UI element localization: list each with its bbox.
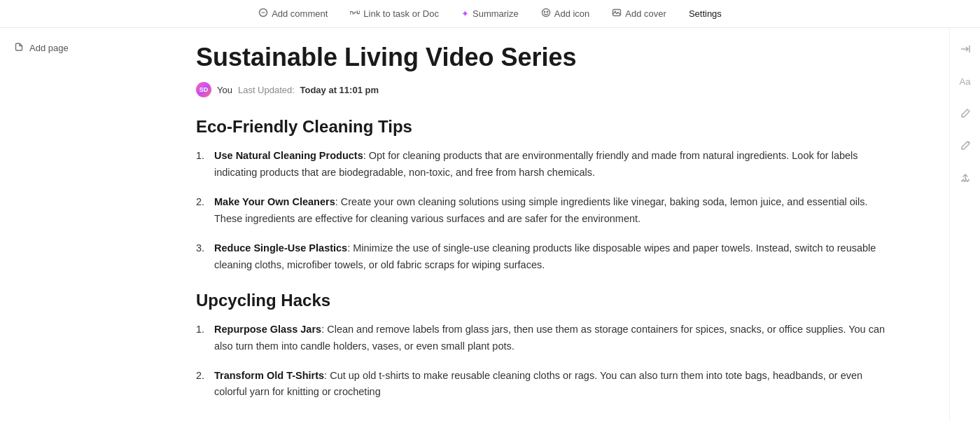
left-sidebar: Add page: [0, 28, 154, 421]
collapse-panel-button[interactable]: [955, 39, 975, 59]
link-icon: [350, 8, 360, 20]
add-comment-label: Add comment: [272, 8, 328, 19]
svg-point-3: [544, 11, 545, 12]
edit-button[interactable]: [955, 104, 975, 123]
list-item: 1. Repurpose Glass Jars: Clean and remov…: [196, 322, 893, 355]
document-meta: SD You Last Updated: Today at 11:01 pm: [196, 82, 893, 97]
settings-label: Settings: [689, 8, 722, 19]
section1-heading: Eco-Friendly Cleaning Tips: [196, 117, 893, 137]
toolbar: Add comment Link to task or Doc ✦ Summar…: [0, 0, 980, 28]
main-layout: Add page Sustainable Living Video Series…: [0, 28, 980, 421]
add-icon-label: Add icon: [554, 8, 590, 19]
font-size-label: Aa: [960, 76, 971, 87]
section2-list: 1. Repurpose Glass Jars: Clean and remov…: [196, 322, 893, 401]
section2-heading: Upcycling Hacks: [196, 291, 893, 310]
avatar: SD: [196, 82, 211, 97]
link-to-task-label: Link to task or Doc: [363, 8, 439, 19]
link-to-task-button[interactable]: Link to task or Doc: [346, 6, 443, 22]
svg-point-9: [967, 142, 969, 143]
edit-sparkle-button[interactable]: [955, 136, 975, 156]
list-item: 2. Transform Old T-Shirts: Cut up old t-…: [196, 368, 893, 401]
upload-button[interactable]: [955, 168, 975, 188]
svg-point-6: [615, 11, 616, 13]
svg-point-4: [547, 11, 547, 12]
right-sidebar: Aa: [949, 28, 980, 421]
add-cover-button[interactable]: Add cover: [608, 6, 671, 22]
image-icon: [612, 8, 622, 20]
add-comment-button[interactable]: Add comment: [254, 6, 332, 22]
add-page-label: Add page: [29, 43, 69, 53]
section1-list: 1. Use Natural Cleaning Products: Opt fo…: [196, 148, 893, 274]
comment-icon: [258, 8, 268, 20]
list-item: 1. Use Natural Cleaning Products: Opt fo…: [196, 148, 893, 181]
summarize-label: Summarize: [472, 8, 519, 19]
sparkle-icon: ✦: [461, 8, 469, 19]
add-cover-label: Add cover: [625, 8, 666, 19]
add-icon-button[interactable]: Add icon: [537, 6, 594, 22]
document-author: You: [217, 85, 232, 95]
font-size-button[interactable]: Aa: [955, 71, 975, 91]
document-updated: Last Updated: Today at 11:01 pm: [238, 85, 379, 95]
add-page-button[interactable]: Add page: [8, 39, 146, 57]
document-title: Sustainable Living Video Series: [196, 42, 893, 72]
svg-point-2: [542, 9, 550, 17]
list-item: 3. Reduce Single-Use Plastics: Minimize …: [196, 240, 893, 274]
content-area: Sustainable Living Video Series SD You L…: [154, 28, 949, 421]
list-item: 2. Make Your Own Cleaners: Create your o…: [196, 194, 893, 228]
add-page-icon: [14, 42, 24, 54]
summarize-button[interactable]: ✦ Summarize: [457, 6, 523, 21]
settings-button[interactable]: Settings: [685, 6, 726, 21]
smiley-icon: [541, 8, 551, 20]
